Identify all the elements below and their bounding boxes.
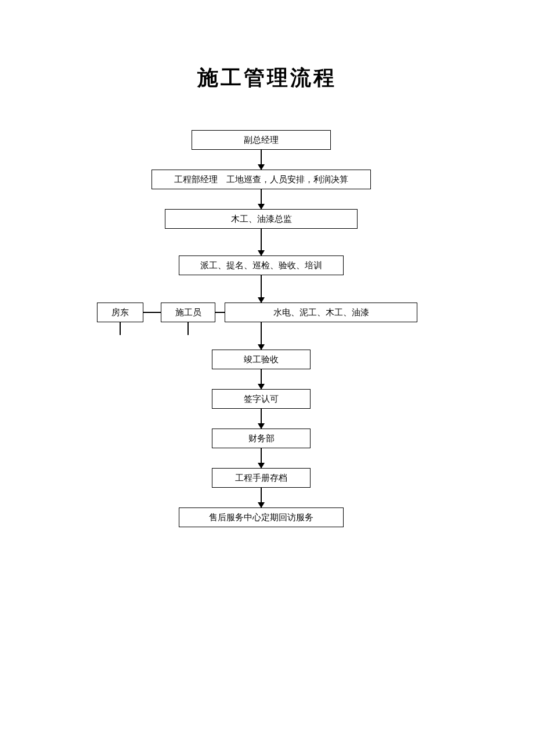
flowchart: 副总经理 工程部经理 工地巡查，人员安排，利润决算 木工、油漆总监 派工、提名、… — [0, 130, 534, 624]
arrow-7 — [261, 409, 262, 429]
box-trades: 水电、泥工、木工、油漆 — [225, 303, 417, 322]
box-eng-manager: 工程部经理 工地巡查，人员安排，利润决算 — [151, 170, 371, 189]
stub-constructor — [187, 322, 189, 335]
box-landlord: 房东 — [97, 303, 143, 322]
box-dispatch: 派工、提名、巡检、验收、培训 — [179, 255, 344, 275]
arrow-9 — [261, 488, 262, 507]
box-finance: 财务部 — [212, 429, 311, 448]
box-constructor: 施工员 — [161, 303, 215, 322]
stub-landlord — [120, 322, 121, 335]
diagram-title: 施工管理流程 — [0, 64, 534, 92]
arrow-5 — [261, 322, 262, 350]
arrow-3 — [261, 229, 262, 255]
connector-landlord-constructor — [143, 312, 161, 313]
box-aftersales: 售后服务中心定期回访服务 — [179, 507, 344, 527]
arrow-6 — [261, 369, 262, 389]
box-deputy-gm: 副总经理 — [192, 130, 331, 150]
arrow-2 — [261, 189, 262, 209]
box-director: 木工、油漆总监 — [165, 209, 358, 229]
arrow-4 — [261, 275, 262, 303]
arrow-1 — [261, 150, 262, 170]
box-sign: 签字认可 — [212, 389, 311, 409]
box-completion: 竣工验收 — [212, 350, 311, 369]
arrow-8 — [261, 448, 262, 468]
connector-constructor-trades — [215, 312, 225, 313]
box-archive: 工程手册存档 — [212, 468, 311, 488]
